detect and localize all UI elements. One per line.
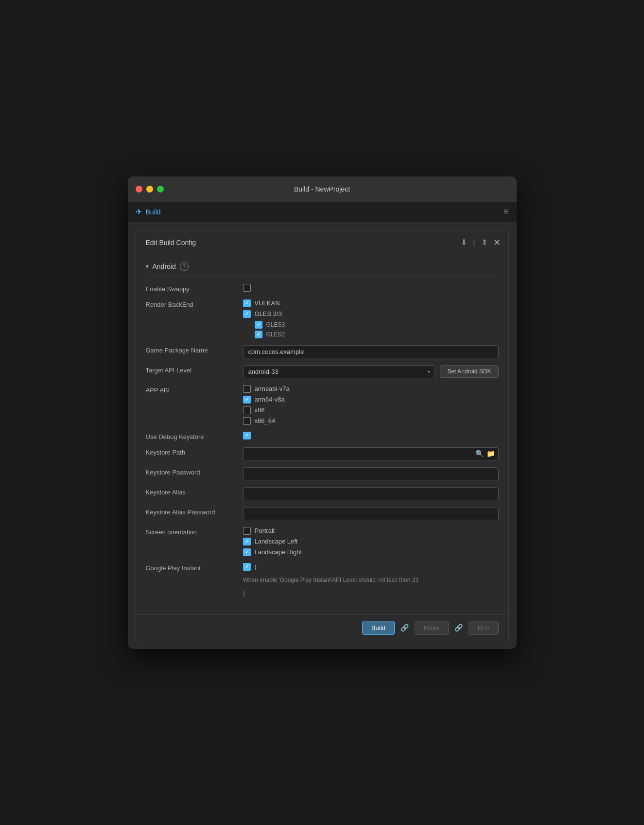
section-chevron-icon[interactable]: ▾: [146, 263, 149, 270]
keystore-password-input[interactable]: [243, 467, 499, 480]
titlebar: Build - NewProject: [128, 176, 517, 202]
landscape-left-checkbox[interactable]: [243, 538, 251, 545]
bottom-toolbar: Build 🔗 Make 🔗 Run: [136, 614, 508, 641]
menu-icon[interactable]: ≡: [504, 207, 509, 217]
gles23-label: GLES 2/3: [255, 310, 282, 317]
game-package-name-row: Game Package Name: [146, 345, 499, 358]
android-help-icon[interactable]: ?: [180, 262, 189, 271]
app-abi-controls: armeabi-v7a arm64-v8a x86 x86_64: [243, 385, 499, 425]
run-button: Run: [469, 621, 499, 635]
use-debug-keystore-label: Use Debug Keystore: [146, 432, 243, 440]
keystore-alias-password-row: Keystore Alias Password: [146, 507, 499, 520]
keystore-alias-label: Keystore Alias: [146, 487, 243, 496]
use-debug-keystore-checkbox-row: [243, 432, 499, 439]
armeabi-v7a-checkbox[interactable]: [243, 385, 251, 393]
enable-swappy-label: Enable Swappy: [146, 284, 243, 293]
gles3-checkbox[interactable]: [255, 321, 262, 329]
game-package-name-input[interactable]: [243, 345, 499, 358]
enable-swappy-checkbox[interactable]: [243, 284, 251, 292]
google-play-instant-controls: ( When enable 'Google Play Instant'API L…: [243, 563, 499, 598]
gles23-checkbox[interactable]: [243, 310, 251, 318]
arm64-v8a-row: arm64-v8a: [243, 396, 499, 404]
keystore-alias-input[interactable]: [243, 487, 499, 500]
close-panel-button[interactable]: ✕: [493, 237, 501, 248]
minimize-button[interactable]: [146, 186, 153, 193]
armeabi-v7a-row: armeabi-v7a: [243, 385, 499, 393]
gles2-label: GLES2: [266, 331, 285, 338]
target-api-level-select-wrapper: android-33 android-32 android-31 android…: [243, 365, 435, 378]
vulkan-checkbox[interactable]: [243, 299, 251, 307]
enable-swappy-checkbox-row: [243, 284, 499, 292]
use-debug-keystore-checkbox[interactable]: [243, 432, 251, 439]
x86-label: x86: [255, 406, 265, 414]
panel-title: Edit Build Config: [146, 239, 196, 246]
keystore-path-input[interactable]: [243, 447, 499, 460]
portrait-checkbox[interactable]: [243, 527, 251, 535]
target-api-level-controls: android-33 android-32 android-31 android…: [243, 365, 499, 378]
toolbar-left: ✈ Build: [136, 207, 161, 216]
keystore-alias-row: Keystore Alias: [146, 487, 499, 500]
build-button[interactable]: Build: [362, 621, 395, 635]
traffic-lights: [136, 186, 164, 193]
make-button: Make: [415, 621, 449, 635]
google-play-instant-label: Google Play Instant: [146, 563, 243, 572]
screen-orientation-label: Screen orientation: [146, 527, 243, 536]
target-api-level-select[interactable]: android-33 android-32 android-31 android…: [243, 365, 435, 378]
screen-orientation-row: Screen orientation Portrait Landscape Le…: [146, 527, 499, 556]
panel-header: Edit Build Config ⬇ | ⬆ ✕: [136, 230, 508, 255]
screen-orientation-controls: Portrait Landscape Left Landscape Right: [243, 527, 499, 556]
build-nav-label[interactable]: Build: [146, 208, 161, 216]
android-section-header: ▾ Android ?: [146, 255, 499, 276]
keystore-password-controls: [243, 467, 499, 480]
keystore-password-row: Keystore Password: [146, 467, 499, 480]
link1-icon[interactable]: 🔗: [399, 621, 411, 634]
arm64-v8a-checkbox[interactable]: [243, 396, 251, 404]
gles2-row: GLES2: [255, 331, 499, 338]
keystore-alias-password-label: Keystore Alias Password: [146, 507, 243, 516]
gles2-checkbox[interactable]: [255, 331, 262, 338]
search-icon[interactable]: 🔍: [475, 450, 484, 457]
google-play-instant-row: Google Play Instant ( When enable 'Googl…: [146, 563, 499, 598]
edit-build-config-panel: Edit Build Config ⬇ | ⬆ ✕ ▾ Android ? En…: [136, 230, 509, 641]
keystore-password-label: Keystore Password: [146, 467, 243, 476]
landscape-right-checkbox[interactable]: [243, 548, 251, 556]
keystore-alias-password-controls: [243, 507, 499, 520]
keystore-path-label: Keystore Path: [146, 447, 243, 456]
render-backend-row: Render BackEnd VULKAN GLES 2/3 GLES3: [146, 299, 499, 338]
armeabi-v7a-label: armeabi-v7a: [255, 385, 290, 392]
gles-indent: GLES3 GLES2: [243, 321, 499, 338]
use-debug-keystore-row: Use Debug Keystore: [146, 432, 499, 440]
google-play-instant-checkbox-row: (: [243, 563, 499, 571]
keystore-alias-password-input[interactable]: [243, 507, 499, 520]
build-nav-icon: ✈: [136, 207, 142, 216]
enable-swappy-row: Enable Swappy: [146, 284, 499, 293]
google-play-instant-checkbox[interactable]: [243, 563, 251, 571]
use-debug-keystore-controls: [243, 432, 499, 439]
landscape-right-row: Landscape Right: [243, 548, 499, 556]
maximize-button[interactable]: [157, 186, 164, 193]
panel-content: ▾ Android ? Enable Swappy Render BackEnd: [136, 255, 508, 614]
keystore-path-row: Keystore Path 🔍 📁: [146, 447, 499, 460]
enable-swappy-controls: [243, 284, 499, 292]
portrait-row: Portrait: [243, 527, 499, 535]
landscape-right-label: Landscape Right: [255, 548, 302, 556]
export-icon[interactable]: ⬆: [481, 238, 487, 247]
google-play-instant-closing: ): [243, 589, 499, 598]
x86-64-label: x86_64: [255, 417, 276, 424]
x86-64-row: x86_64: [243, 417, 499, 425]
arm64-v8a-label: arm64-v8a: [255, 396, 285, 403]
app-abi-row: APP ABI armeabi-v7a arm64-v8a x86: [146, 385, 499, 425]
toolbar: ✈ Build ≡: [128, 202, 517, 222]
folder-icon[interactable]: 📁: [487, 450, 495, 457]
x86-64-checkbox[interactable]: [243, 417, 251, 425]
game-package-name-controls: [243, 345, 499, 358]
x86-checkbox[interactable]: [243, 406, 251, 414]
keystore-path-input-wrapper: 🔍 📁: [243, 447, 499, 460]
close-button[interactable]: [136, 186, 142, 193]
import-icon[interactable]: ⬇: [461, 238, 467, 247]
target-api-level-select-row: android-33 android-32 android-31 android…: [243, 365, 499, 378]
set-android-sdk-button[interactable]: Set Android SDK: [440, 365, 498, 378]
gles3-label: GLES3: [266, 321, 285, 328]
render-backend-label: Render BackEnd: [146, 299, 243, 308]
link2-icon[interactable]: 🔗: [453, 621, 465, 634]
